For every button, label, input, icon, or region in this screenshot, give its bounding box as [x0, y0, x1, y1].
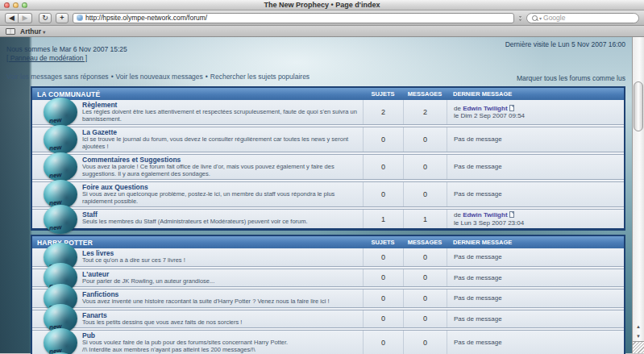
- close-window-button[interactable]: [4, 2, 10, 8]
- forum-post-count: 0: [403, 127, 447, 152]
- google-search-field[interactable]: ▾: [526, 13, 639, 23]
- browser-toolbar: ◀ ▶ ↻ + ▾: [0, 10, 644, 26]
- zoom-window-button[interactable]: [22, 2, 27, 8]
- last-post-author-link[interactable]: Edwin Twilight: [463, 105, 507, 112]
- forum-category: HARRY POTTER SUJETS MESSAGES DERNIER MES…: [31, 235, 625, 354]
- forum-name-cell: new Commentaires et Suggestions Vous ave…: [32, 155, 363, 179]
- last-message-cell: Pas de message: [447, 310, 624, 328]
- forum-name-cell: new Fanfictions Vous avez inventé une hi…: [32, 289, 363, 307]
- forum-status-orb-icon: new: [44, 328, 77, 354]
- column-header-sujets: SUJETS: [363, 239, 403, 246]
- forum-description: Les règles doivent être lues attentiveme…: [82, 109, 358, 123]
- last-message-cell: de Edwin Twilight le Dim 2 Sep 2007 09:5…: [447, 100, 624, 124]
- forum-row: new Les livres Tout ce qu'on a à dire su…: [32, 248, 624, 267]
- window-controls: [4, 2, 27, 8]
- last-visit-text: Dernière visite le Lun 5 Nov 2007 16:00: [505, 40, 625, 48]
- search-input[interactable]: [543, 14, 634, 22]
- category-title-link[interactable]: HARRY POTTER: [32, 239, 363, 247]
- no-message-label: Pas de message: [454, 163, 617, 171]
- forum-row: new La Gazette Ici se trouve le journal …: [32, 127, 624, 152]
- window-title: The New Prophecy • Page d'index: [0, 0, 644, 10]
- page-header: Dernière visite le Lun 5 Nov 2007 16:00 …: [6, 39, 625, 63]
- category-header-bar: LA COMMUNAUTÉ SUJETS MESSAGES DERNIER ME…: [32, 88, 624, 100]
- last-message-cell: Pas de message: [447, 127, 624, 152]
- last-message-cell: Pas de message: [447, 155, 624, 179]
- forum-row: new Fanarts Tous les petits dessins que …: [32, 310, 624, 329]
- forum-name-cell: new L'auteur Pour parler de JK Rowling, …: [32, 269, 363, 287]
- forum-topic-count: 0: [363, 331, 403, 354]
- header-link[interactable]: Voir les messages sans réponses: [6, 73, 109, 81]
- vertical-scrollbar[interactable]: ▲ ▼: [632, 37, 644, 353]
- forum-description: Ici se trouve le journal du forum, vous …: [82, 136, 358, 150]
- forum-description: Seuls les membres du Staff (Administrate…: [82, 219, 358, 226]
- forum-description: Si vous voulez faire de la pub pour des …: [82, 339, 358, 353]
- no-message-label: Pas de message: [454, 274, 617, 282]
- toolbar-splitter[interactable]: [518, 15, 522, 22]
- header-link[interactable]: Voir les nouveaux messages: [116, 73, 203, 81]
- last-post-page-icon[interactable]: [509, 211, 514, 218]
- forum-post-count: 0: [403, 155, 447, 179]
- url-input[interactable]: [85, 14, 510, 22]
- scrollbar-thumb[interactable]: [634, 81, 643, 131]
- last-post-author-link[interactable]: Edwin Twilight: [463, 211, 507, 219]
- safari-window: The New Prophecy • Page d'index ◀ ▶ ↻ + …: [0, 0, 644, 354]
- no-message-label: Pas de message: [454, 339, 617, 347]
- reload-button[interactable]: ↻: [39, 13, 52, 23]
- forum-topic-count: 0: [363, 269, 403, 287]
- forum-index: LA COMMUNAUTÉ SUJETS MESSAGES DERNIER ME…: [31, 86, 625, 354]
- last-message-cell: de Edwin Twilight le Lun 3 Sep 2007 23:0…: [447, 210, 624, 228]
- bookmark-caret-icon: ▾: [43, 30, 45, 35]
- forum-row: new Pub Si vous voulez faire de la pub p…: [32, 330, 624, 354]
- quick-links-row: Voir les messages sans réponses•Voir les…: [6, 68, 625, 82]
- scroll-up-button[interactable]: ▲: [633, 322, 644, 331]
- forum-category: LA COMMUNAUTÉ SUJETS MESSAGES DERNIER ME…: [31, 86, 625, 231]
- mark-forums-read-link[interactable]: Marquer tous les forums comme lus: [517, 74, 625, 82]
- window-resize-grip[interactable]: [632, 341, 644, 353]
- minimize-window-button[interactable]: [13, 2, 19, 8]
- no-message-label: Pas de message: [454, 253, 617, 261]
- forum-post-count: 0: [403, 331, 447, 354]
- forum-name-cell: new Pub Si vous voulez faire de la pub p…: [32, 331, 363, 354]
- forum-status-orb-icon: new: [44, 125, 77, 154]
- orb-new-label: new: [49, 116, 62, 125]
- forum-description: Tout ce qu'on a à dire sur ces 7 livres …: [82, 257, 358, 264]
- link-separator: •: [206, 73, 208, 81]
- forward-button[interactable]: ▶: [19, 13, 32, 23]
- forum-topic-count: 0: [363, 310, 403, 328]
- current-time-text: Nous sommes le Mar 6 Nov 2007 15:25: [6, 45, 127, 53]
- forum-post-count: 0: [403, 310, 447, 328]
- site-globe-icon: [77, 15, 83, 21]
- forum-topic-count: 2: [363, 100, 403, 124]
- no-message-label: Pas de message: [454, 315, 617, 323]
- forum-name-cell: new Fanarts Tous les petits dessins que …: [32, 310, 363, 328]
- bookmarks-book-icon[interactable]: [6, 28, 15, 35]
- header-link[interactable]: Rechercher les sujets populaires: [210, 73, 310, 81]
- column-header-sujets: SUJETS: [363, 90, 403, 98]
- forum-row: new Commentaires et Suggestions Vous ave…: [32, 154, 624, 180]
- forum-topic-count: 1: [363, 210, 403, 228]
- moderation-panel-link[interactable]: [ Panneau de modération ]: [6, 54, 87, 62]
- bookmark-item-arthur[interactable]: Arthur ▾: [20, 27, 45, 35]
- forum-rows: new Règlement Les règles doivent être lu…: [32, 100, 624, 228]
- last-message-cell: Pas de message: [447, 331, 624, 354]
- forum-name-cell: new Staff Seuls les membres du Staff (Ad…: [32, 210, 363, 228]
- forum-description: Pour parler de JK Rowling, un auteur gra…: [82, 278, 358, 285]
- add-bookmark-button[interactable]: +: [56, 13, 69, 23]
- last-post-date: le Dim 2 Sep 2007 09:54: [454, 112, 617, 120]
- last-message-cell: Pas de message: [447, 182, 624, 206]
- scroll-down-button[interactable]: ▼: [633, 331, 644, 341]
- category-title-link[interactable]: LA COMMUNAUTÉ: [32, 90, 363, 98]
- search-options-caret-icon[interactable]: ▾: [539, 15, 542, 21]
- column-header-dernier-message: DERNIER MESSAGE: [447, 239, 624, 246]
- forum-status-orb-icon: new: [44, 152, 77, 181]
- back-button[interactable]: ◀: [5, 13, 19, 23]
- forum-row: new Staff Seuls les membres du Staff (Ad…: [32, 209, 624, 228]
- last-post-page-icon[interactable]: [509, 105, 514, 111]
- last-message-cell: Pas de message: [447, 248, 624, 266]
- last-message-cell: Pas de message: [447, 269, 624, 287]
- window-titlebar: The New Prophecy • Page d'index: [0, 0, 644, 10]
- forum-topic-count: 0: [363, 248, 403, 266]
- address-bar[interactable]: [73, 13, 514, 23]
- orb-new-label: new: [49, 171, 62, 180]
- forum-status-orb-icon: new: [44, 205, 77, 234]
